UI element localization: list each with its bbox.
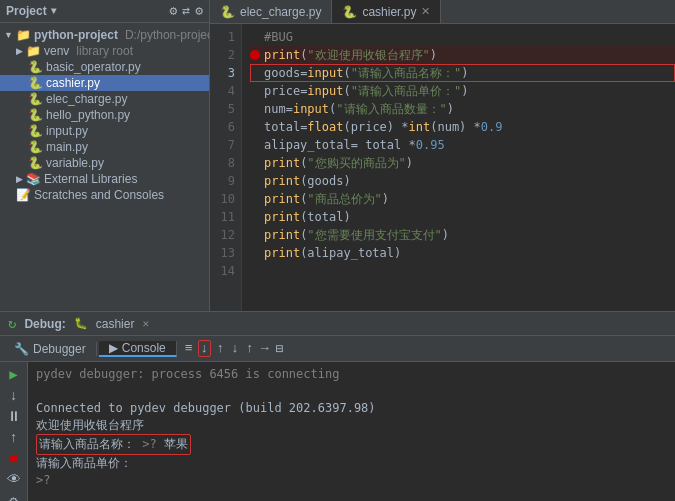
console-line-7: >? [36, 472, 667, 489]
debug-session-icon: 🐛 [74, 317, 88, 330]
debug-toolbar: ≡ ↓ ↑ ↓ ↑ → ⊟ [183, 340, 286, 358]
code-line-8: print("您购买的商品为") [250, 154, 675, 172]
debug-toolbar-step-icon[interactable]: ↓ [198, 340, 212, 357]
debug-panel: ↻ Debug: 🐛 cashier ✕ 🔧 Debugger ▶ Consol… [0, 311, 675, 501]
debug-toolbar-run-to-cursor-icon[interactable]: → [259, 340, 271, 357]
cashier-tab-close[interactable]: ✕ [421, 5, 430, 18]
code-line-7: alipay_total = total * 0.95 [250, 136, 675, 154]
debug-vertical-toolbar: ▶ ↓ ⏸ ↑ ■ 👁 ⚙ 🗑 [0, 362, 28, 501]
line10-str: "商品总价为" [307, 190, 381, 208]
ext-lib-arrow: ▶ [16, 174, 23, 184]
debug-step-over-btn[interactable]: ↓ [9, 388, 17, 404]
debug-toolbar-stop-icon[interactable]: ⊟ [274, 340, 286, 358]
sidebar-item-input[interactable]: 🐍 input.py [0, 123, 209, 139]
line6-eq: = [300, 118, 307, 136]
line6-p1: (price) * [343, 118, 408, 136]
debug-step-out-btn[interactable]: ↑ [9, 430, 17, 446]
breakpoint-2 [250, 50, 260, 60]
sidebar-item-main[interactable]: 🐍 main.py [0, 139, 209, 155]
line5-eq: = [286, 100, 293, 118]
no-bp-1 [250, 32, 260, 42]
sidebar-item-variable[interactable]: 🐍 variable.py [0, 155, 209, 171]
line6-p2: (num) * [430, 118, 481, 136]
no-bp-11 [250, 212, 260, 222]
sidebar-item-basic-operator[interactable]: 🐍 basic_operator.py [0, 59, 209, 75]
debug-stop-btn[interactable]: ■ [9, 451, 17, 467]
debug-title-label: Debug: [24, 317, 65, 331]
line-num-6: 6 [210, 118, 241, 136]
elec-charge-tab-label: elec_charge.py [240, 5, 321, 19]
sidebar-settings-icon[interactable]: ⚙ [170, 3, 178, 19]
venv-folder-icon: 📁 [26, 44, 41, 58]
no-bp-4 [250, 86, 260, 96]
cashier-label: cashier.py [46, 76, 100, 90]
line12-p2: ) [442, 226, 449, 244]
editor-tabs: 🐍 elec_charge.py 🐍 cashier.py ✕ [210, 0, 675, 24]
tab-elec-charge[interactable]: 🐍 elec_charge.py [210, 0, 332, 23]
folder-icon: 📁 [16, 28, 31, 42]
line-num-9: 9 [210, 172, 241, 190]
line6-num: 0.9 [481, 118, 503, 136]
line8-p1: ( [300, 154, 307, 172]
main-label: main.py [46, 140, 88, 154]
sidebar-item-elec-charge[interactable]: 🐍 elec_charge.py [0, 91, 209, 107]
code-line-11: print(total) [250, 208, 675, 226]
line-num-1: 1 [210, 28, 241, 46]
sidebar-gear-icon[interactable]: ⚙ [195, 3, 203, 19]
debug-tab-console[interactable]: ▶ Console [99, 341, 177, 357]
line5-num: num [264, 100, 286, 118]
cashier-tab-icon: 🐍 [342, 5, 357, 19]
no-bp-10 [250, 194, 260, 204]
sidebar-item-venv[interactable]: ▶ 📁 venv library root [0, 43, 209, 59]
console-line-3: Connected to pydev debugger (build 202.6… [36, 400, 667, 417]
debug-toolbar-step-over-icon[interactable]: ↑ [214, 340, 226, 357]
sidebar-item-cashier[interactable]: 🐍 cashier.py [0, 75, 209, 91]
debug-toolbar-step-out-icon[interactable]: ↑ [244, 340, 256, 357]
debug-settings-btn[interactable]: ⚙ [9, 493, 17, 501]
code-line-13: print(alipay_total) [250, 244, 675, 262]
debug-toolbar-step-into-icon[interactable]: ↓ [229, 340, 241, 357]
sidebar-sync-icon[interactable]: ⇄ [182, 3, 190, 19]
sidebar-item-hello-python[interactable]: 🐍 hello_python.py [0, 107, 209, 123]
no-bp-3 [250, 68, 260, 78]
console-input-prompt-text: 请输入商品名称： [39, 437, 135, 451]
line-num-14: 14 [210, 262, 241, 280]
debug-left-controls: ↻ [8, 315, 16, 332]
line6-int: int [409, 118, 431, 136]
line5-str: "请输入商品数量：" [336, 100, 446, 118]
input-file-icon: 🐍 [28, 124, 43, 138]
ext-lib-label: External Libraries [44, 172, 137, 186]
debug-toolbar-menu-icon[interactable]: ≡ [183, 340, 195, 357]
sidebar-header-icons: ⚙ ⇄ ⚙ [170, 3, 203, 19]
line8-print: print [264, 154, 300, 172]
console-line-6: 请输入商品单价： [36, 455, 667, 472]
debug-view-btn[interactable]: 👁 [7, 472, 21, 488]
line10-p2: ) [382, 190, 389, 208]
line2-p2: ) [430, 46, 437, 64]
console-tab-icon: ▶ [109, 341, 118, 355]
line2-p1: ( [300, 46, 307, 64]
sidebar-expand-arrow: ▼ [51, 6, 57, 17]
debug-pause-btn[interactable]: ⏸ [7, 409, 21, 425]
scratches-label: Scratches and Consoles [34, 188, 164, 202]
debug-rerun-icon[interactable]: ↻ [8, 315, 16, 332]
line-num-12: 12 [210, 226, 241, 244]
debug-session-close[interactable]: ✕ [142, 317, 149, 330]
line7-eq: = total * [351, 136, 416, 154]
tab-cashier[interactable]: 🐍 cashier.py ✕ [332, 0, 441, 23]
line4-eq: = [300, 82, 307, 100]
code-line-5: num = input("请输入商品数量：") [250, 100, 675, 118]
elec-charge-label: elec_charge.py [46, 92, 127, 106]
line9-print: print [264, 172, 300, 190]
code-line-3: goods = input("请输入商品名称：") [250, 64, 675, 82]
debug-resume-icon[interactable]: ▶ [9, 366, 17, 383]
sidebar-item-scratches[interactable]: 📝 Scratches and Consoles [0, 187, 209, 203]
line2-str: "欢迎使用收银台程序" [307, 46, 429, 64]
sidebar-item-external-libraries[interactable]: ▶ 📚 External Libraries [0, 171, 209, 187]
line-num-8: 8 [210, 154, 241, 172]
sidebar-item-python-project[interactable]: ▼ 📁 python-project D:/python-project [0, 27, 209, 43]
line5-p1: ( [329, 100, 336, 118]
debugger-tab-label: Debugger [33, 342, 86, 356]
no-bp-7 [250, 140, 260, 150]
debug-tab-debugger[interactable]: 🔧 Debugger [4, 342, 97, 356]
